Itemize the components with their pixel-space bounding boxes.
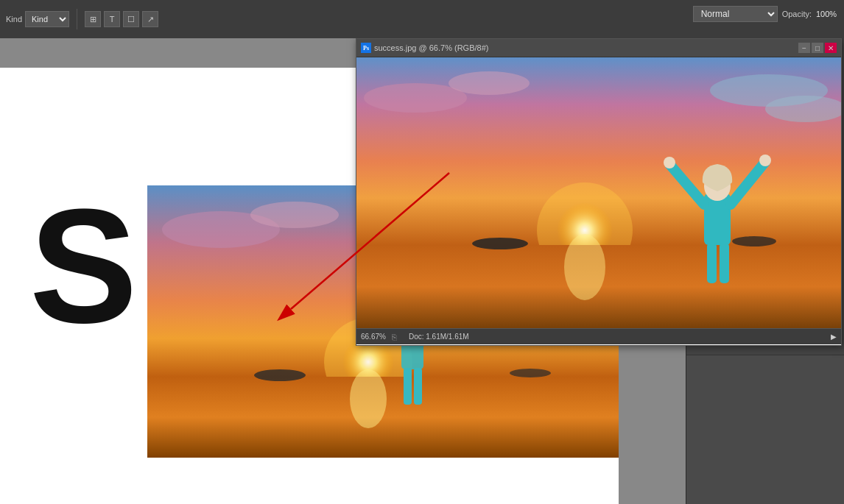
svg-point-25 [564, 234, 605, 300]
ps-statusbar: 66.67% ⎘ Doc: 1.61M/1.61M ▶ [356, 328, 841, 344]
svg-rect-35 [720, 243, 729, 283]
toolbar-icon-1[interactable]: ⊞ [85, 11, 101, 27]
toolbar-icons-group: ⊞ T ☐ ↗ [85, 11, 158, 27]
svg-rect-34 [707, 243, 717, 283]
ps-titlebar: Ps success.jpg @ 66.7% (RGB/8#) − □ ✕ [356, 39, 841, 57]
toolbar-icon-box[interactable]: ☐ [123, 11, 139, 27]
ps-restore-button[interactable]: □ [812, 43, 823, 53]
svg-point-10 [510, 369, 551, 377]
toolbar-icon-arrow[interactable]: ↗ [142, 11, 158, 27]
ps-copy-icon: ⎘ [392, 333, 397, 341]
svg-point-26 [472, 238, 528, 249]
ps-doc-size: Doc: 1.61M/1.61M [409, 333, 469, 341]
kind-select[interactable]: Kind [25, 11, 69, 27]
svg-point-21 [449, 71, 530, 95]
svg-point-2 [250, 202, 339, 228]
kind-section: Kind Kind [6, 11, 69, 27]
ps-app-icon: Ps [361, 43, 371, 53]
top-toolbar: Kind Kind ⊞ T ☐ ↗ Normal Opacity: 100% [0, 0, 844, 38]
ps-zoom-level: 66.67% [361, 333, 386, 341]
ps-image-area: 66.67% ⎘ Doc: 1.61M/1.61M ▶ [356, 57, 841, 344]
svg-rect-28 [704, 194, 731, 245]
toolbar-divider-1 [77, 9, 77, 29]
svg-point-27 [732, 236, 776, 246]
svg-point-20 [364, 83, 467, 113]
svg-point-33 [759, 155, 771, 166]
svg-point-9 [254, 369, 306, 381]
svg-rect-15 [404, 368, 412, 405]
ps-window-title: success.jpg @ 66.7% (RGB/8#) [374, 43, 488, 52]
ps-window-controls: − □ ✕ [798, 43, 837, 53]
blend-opacity-section: Normal Opacity: 100% [693, 6, 838, 22]
svg-rect-16 [414, 368, 422, 405]
toolbar-icon-t[interactable]: T [104, 11, 120, 27]
svg-point-31 [664, 157, 675, 168]
ps-minimize-button[interactable]: − [798, 43, 810, 53]
opacity-label: Opacity: [782, 10, 812, 18]
ps-close-button[interactable]: ✕ [825, 43, 837, 53]
ps-arrow-button[interactable]: ▶ [831, 333, 837, 341]
kind-label: Kind [6, 15, 22, 24]
blend-mode-select[interactable]: Normal [693, 6, 778, 22]
svg-point-8 [350, 369, 387, 428]
ps-window: Ps success.jpg @ 66.7% (RGB/8#) − □ ✕ [356, 38, 842, 346]
right-panel-bottom [686, 355, 844, 504]
ps-titlebar-left: Ps success.jpg @ 66.7% (RGB/8#) [361, 43, 488, 53]
opacity-value: 100% [816, 10, 838, 18]
